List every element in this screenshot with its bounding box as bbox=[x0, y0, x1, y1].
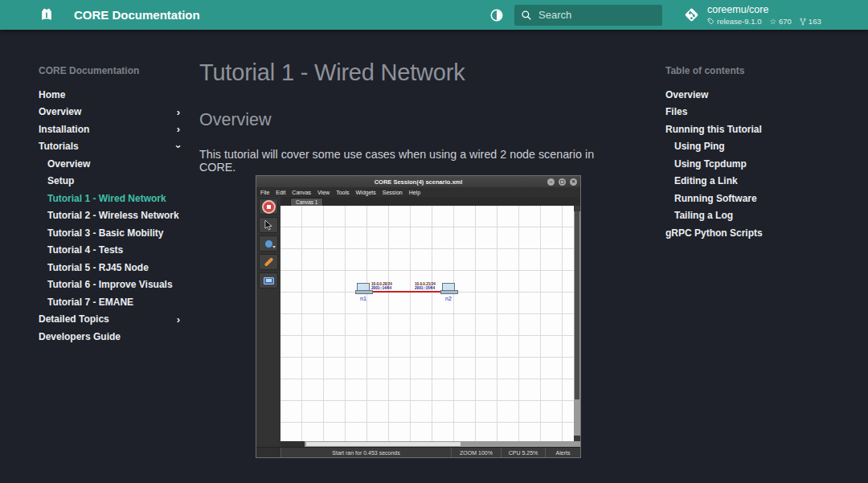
menu-widgets: Widgets bbox=[355, 190, 375, 195]
laptop-icon bbox=[442, 283, 455, 292]
select-cursor-icon bbox=[259, 217, 278, 233]
toc-item-running-software[interactable]: Running Software bbox=[665, 190, 830, 207]
search-icon bbox=[521, 10, 532, 21]
menu-canvas: Canvas bbox=[292, 190, 311, 195]
repo-stars: 670 bbox=[779, 17, 792, 26]
search-box bbox=[514, 5, 662, 26]
marker-display-icon bbox=[259, 272, 278, 289]
toc-item-tailing-a-log[interactable]: Tailing a Log bbox=[665, 207, 830, 225]
sidebar-item-home[interactable]: Home bbox=[39, 86, 180, 104]
page-header-title: CORE Documentation bbox=[74, 8, 200, 22]
sidebar-item-tutorials-overview[interactable]: Overview bbox=[39, 155, 180, 173]
toc-item-running-this-tutorial[interactable]: Running this Tutorial bbox=[665, 121, 830, 138]
status-cpu: CPU 5.25% bbox=[501, 448, 545, 457]
node-n1: n1 bbox=[354, 283, 372, 301]
horizontal-scrollbar bbox=[280, 441, 580, 447]
table-of-contents: Table of contents Overview Files Running… bbox=[665, 65, 830, 242]
status-runtime: Start ran for 0.453 seconds bbox=[280, 448, 451, 457]
screenshot-window-title: CORE Session(4) scenario.xml bbox=[256, 178, 580, 186]
network-canvas: n1 n2 10.0.0.20/24 2001::14/64 10.0.0.21… bbox=[280, 206, 574, 441]
sidebar-item-tutorial-3[interactable]: Tutorial 3 - Basic Mobility bbox=[39, 224, 180, 242]
toc-item-grpc-python-scripts[interactable]: gRPC Python Scripts bbox=[665, 224, 830, 242]
tutorial-screenshot-image: CORE Session(4) scenario.xml – ▢ ✕ File … bbox=[256, 175, 581, 458]
sidebar-item-detailed-topics[interactable]: Detailed Topics› bbox=[39, 311, 180, 329]
wired-link-line bbox=[369, 291, 446, 293]
vertical-scrollbar bbox=[574, 206, 580, 441]
sidebar-item-tutorial-4[interactable]: Tutorial 4 - Tests bbox=[39, 242, 180, 260]
page-title: Tutorial 1 - Wired Network bbox=[199, 59, 617, 86]
link-label-n1: 10.0.0.20/24 2001::14/64 bbox=[371, 282, 392, 291]
chevron-right-icon: › bbox=[177, 124, 180, 134]
menu-tools: Tools bbox=[336, 190, 349, 195]
chevron-right-icon: › bbox=[177, 314, 180, 325]
menu-file: File bbox=[260, 190, 269, 195]
sidebar-item-tutorial-6[interactable]: Tutorial 6 - Improve Visuals bbox=[39, 276, 180, 294]
screenshot-statusbar: Start ran for 0.453 seconds ZOOM 100% CP… bbox=[256, 447, 580, 457]
sidebar-item-overview[interactable]: Overview› bbox=[39, 104, 180, 121]
menu-help: Help bbox=[409, 190, 420, 195]
repo-release: release-9.1.0 bbox=[717, 17, 761, 26]
link-label-n2: 10.0.0.21/24 2001::15/64 bbox=[415, 282, 436, 291]
node-n1-label: n1 bbox=[354, 296, 372, 301]
sidebar-item-tutorial-7[interactable]: Tutorial 7 - EMANE bbox=[39, 293, 180, 311]
laptop-icon bbox=[357, 283, 370, 292]
screenshot-window-titlebar: CORE Session(4) scenario.xml – ▢ ✕ bbox=[256, 176, 580, 187]
menu-session: Session bbox=[383, 190, 403, 195]
theme-toggle-icon[interactable] bbox=[487, 6, 506, 25]
toc-item-using-tcpdump[interactable]: Using Tcpdump bbox=[665, 155, 830, 173]
toc-item-using-ping[interactable]: Using Ping bbox=[665, 138, 830, 156]
canvas-tab: Canvas 1 bbox=[290, 198, 323, 206]
search-input[interactable] bbox=[538, 9, 651, 21]
main-content: Tutorial 1 - Wired Network Overview This… bbox=[199, 59, 617, 189]
menu-edit: Edit bbox=[276, 190, 285, 195]
chevron-down-icon: › bbox=[173, 145, 183, 148]
link-pencil-icon bbox=[259, 254, 278, 270]
canvas-tabrow: Canvas 1 bbox=[280, 197, 580, 206]
section-heading-overview: Overview bbox=[199, 110, 617, 130]
sidebar-item-tutorial-1[interactable]: Tutorial 1 - Wired Network bbox=[39, 190, 180, 207]
repo-forks: 163 bbox=[809, 17, 821, 26]
maximize-icon: ▢ bbox=[559, 178, 566, 186]
sidebar-item-tutorials[interactable]: Tutorials› bbox=[39, 138, 180, 156]
site-logo-icon[interactable] bbox=[37, 6, 56, 25]
stop-session-icon bbox=[259, 199, 278, 215]
repo-name: coreemu/core bbox=[707, 4, 821, 15]
node-n2: n2 bbox=[440, 283, 457, 301]
fork-icon bbox=[800, 18, 806, 26]
left-sidebar: CORE Documentation Home Overview› Instal… bbox=[39, 65, 180, 346]
screenshot-toolbar bbox=[256, 197, 280, 447]
app-header: CORE Documentation coree bbox=[0, 0, 868, 30]
node-n2-label: n2 bbox=[440, 296, 457, 301]
status-zoom: ZOOM 100% bbox=[451, 448, 501, 457]
close-icon: ✕ bbox=[570, 178, 577, 186]
chevron-right-icon: › bbox=[177, 107, 180, 117]
sidebar-item-tutorial-2[interactable]: Tutorial 2 - Wireless Network bbox=[39, 207, 180, 225]
toc-item-overview[interactable]: Overview bbox=[665, 86, 830, 104]
minimize-icon: – bbox=[547, 178, 555, 186]
tag-icon bbox=[707, 18, 714, 25]
toc-item-editing-a-link[interactable]: Editing a Link bbox=[665, 173, 830, 190]
menu-view: View bbox=[317, 190, 330, 195]
overview-paragraph: This tutorial will cover some use cases … bbox=[199, 148, 617, 174]
sidebar-item-installation[interactable]: Installation› bbox=[39, 121, 180, 138]
sidebar-header: CORE Documentation bbox=[39, 65, 180, 76]
toc-item-files[interactable]: Files bbox=[665, 104, 830, 121]
sidebar-item-tutorial-5[interactable]: Tutorial 5 - RJ45 Node bbox=[39, 259, 180, 276]
sidebar-item-setup[interactable]: Setup bbox=[39, 173, 180, 190]
node-tool-icon bbox=[259, 235, 278, 252]
sidebar-item-developers-guide[interactable]: Developers Guide bbox=[39, 328, 180, 346]
star-icon: ☆ bbox=[769, 17, 776, 26]
screenshot-menubar: File Edit Canvas View Tools Widgets Sess… bbox=[256, 187, 580, 197]
toc-header: Table of contents bbox=[665, 65, 830, 76]
status-alerts: Alerts bbox=[545, 448, 580, 457]
repo-link[interactable]: coreemu/core release-9.1.0 ☆ 670 bbox=[683, 4, 854, 26]
git-icon bbox=[683, 6, 700, 23]
